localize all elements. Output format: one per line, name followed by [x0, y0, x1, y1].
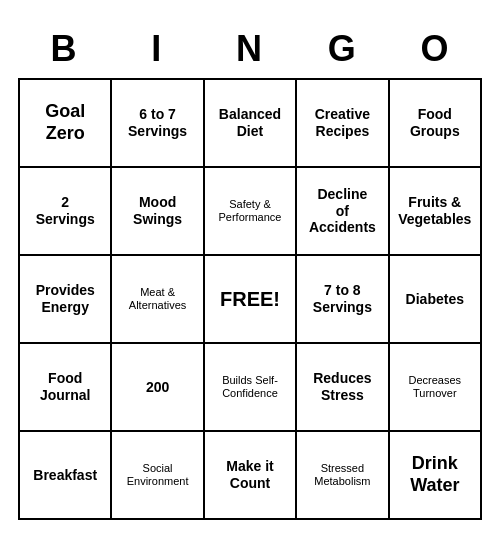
bingo-cell: StressedMetabolism — [297, 432, 389, 520]
bingo-cell: FoodJournal — [20, 344, 112, 432]
bingo-cell: ProvidesEnergy — [20, 256, 112, 344]
bingo-letter: G — [296, 24, 389, 78]
cell-text: FoodJournal — [40, 370, 91, 404]
bingo-cell: ReducesStress — [297, 344, 389, 432]
bingo-cell: 2Servings — [20, 168, 112, 256]
cell-text: DrinkWater — [410, 453, 459, 496]
cell-text: GoalZero — [45, 101, 85, 144]
cell-text: Safety &Performance — [219, 198, 282, 224]
cell-text: Diabetes — [406, 291, 464, 308]
cell-text: 200 — [146, 379, 169, 396]
bingo-cell: DecreasesTurnover — [390, 344, 482, 432]
bingo-cell: 200 — [112, 344, 204, 432]
bingo-cell: 7 to 8Servings — [297, 256, 389, 344]
bingo-cell: DrinkWater — [390, 432, 482, 520]
bingo-header: BINGO — [18, 24, 482, 78]
bingo-letter: I — [111, 24, 204, 78]
cell-text: Builds Self-Confidence — [222, 374, 278, 400]
bingo-cell: FREE! — [205, 256, 297, 344]
bingo-cell: DeclineofAccidents — [297, 168, 389, 256]
cell-text: Fruits &Vegetables — [398, 194, 471, 228]
cell-text: MoodSwings — [133, 194, 182, 228]
bingo-cell: Fruits &Vegetables — [390, 168, 482, 256]
bingo-cell: Meat &Alternatives — [112, 256, 204, 344]
cell-text: DecreasesTurnover — [409, 374, 462, 400]
cell-text: Breakfast — [33, 467, 97, 484]
cell-text: SocialEnvironment — [127, 462, 189, 488]
cell-text: Make itCount — [226, 458, 273, 492]
cell-text: CreativeRecipes — [315, 106, 370, 140]
bingo-cell: CreativeRecipes — [297, 80, 389, 168]
cell-text: FoodGroups — [410, 106, 460, 140]
bingo-card: BINGO GoalZero6 to 7ServingsBalancedDiet… — [10, 16, 490, 528]
cell-text: 6 to 7Servings — [128, 106, 187, 140]
cell-text: DeclineofAccidents — [309, 186, 376, 236]
bingo-cell: GoalZero — [20, 80, 112, 168]
bingo-letter: B — [18, 24, 111, 78]
bingo-cell: Safety &Performance — [205, 168, 297, 256]
bingo-cell: FoodGroups — [390, 80, 482, 168]
bingo-letter: N — [204, 24, 297, 78]
bingo-cell: BalancedDiet — [205, 80, 297, 168]
bingo-cell: Diabetes — [390, 256, 482, 344]
cell-text: ProvidesEnergy — [36, 282, 95, 316]
cell-text: Meat &Alternatives — [129, 286, 186, 312]
bingo-cell: MoodSwings — [112, 168, 204, 256]
cell-text: 2Servings — [36, 194, 95, 228]
bingo-cell: SocialEnvironment — [112, 432, 204, 520]
bingo-letter: O — [389, 24, 482, 78]
cell-text: FREE! — [220, 287, 280, 311]
bingo-cell: Breakfast — [20, 432, 112, 520]
bingo-grid: GoalZero6 to 7ServingsBalancedDietCreati… — [18, 78, 482, 520]
cell-text: 7 to 8Servings — [313, 282, 372, 316]
cell-text: BalancedDiet — [219, 106, 281, 140]
cell-text: ReducesStress — [313, 370, 371, 404]
bingo-cell: 6 to 7Servings — [112, 80, 204, 168]
bingo-cell: Make itCount — [205, 432, 297, 520]
cell-text: StressedMetabolism — [314, 462, 370, 488]
bingo-cell: Builds Self-Confidence — [205, 344, 297, 432]
